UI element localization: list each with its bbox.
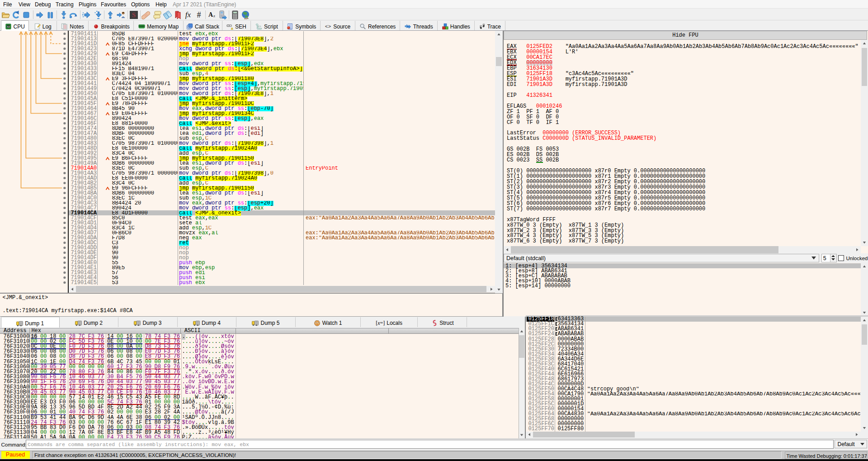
svg-text:#: #: [197, 10, 201, 19]
svg-text:<>: <>: [325, 24, 331, 29]
svg-text:fx: fx: [185, 10, 191, 19]
svg-text:<>: <>: [258, 24, 261, 27]
svg-text:S: S: [132, 11, 136, 19]
svg-text:A: A: [208, 11, 213, 18]
svg-text:!: !: [232, 27, 232, 29]
svg-text:z: z: [213, 14, 215, 18]
svg-text:32: 32: [7, 25, 10, 28]
